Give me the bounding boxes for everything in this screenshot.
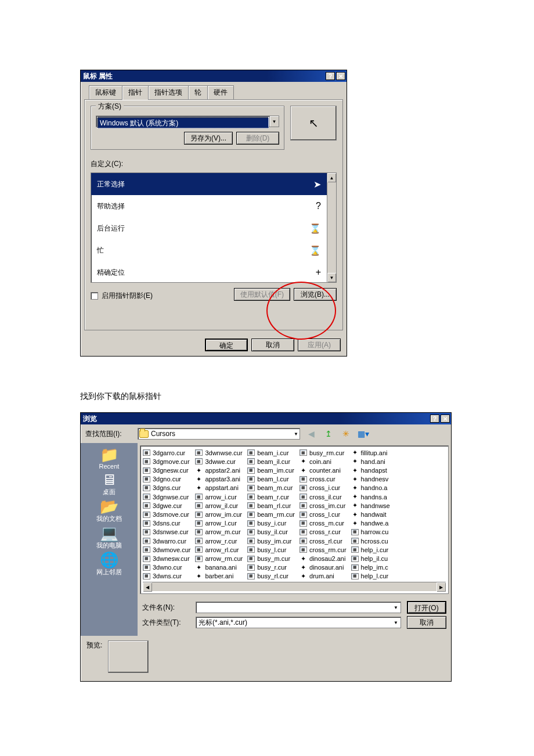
file-item[interactable]: ▦cross_im.cur <box>300 501 347 510</box>
file-item[interactable]: ✦barber.ani <box>195 572 243 581</box>
file-item[interactable]: ✦handwait <box>351 510 390 519</box>
places-item[interactable]: 📁Recent <box>99 447 120 470</box>
browse-button[interactable]: 浏览(B)... <box>294 288 337 301</box>
save-as-button[interactable]: 另存为(V)... <box>184 132 233 145</box>
file-item[interactable]: ▦arrow_im.cur <box>195 510 243 519</box>
chevron-down-icon[interactable]: ▼ <box>394 620 398 625</box>
lookin-combo[interactable]: Cursors ▼ <box>138 428 300 440</box>
cursor-list-item[interactable]: 后台运行⌛ <box>91 217 327 239</box>
file-item[interactable]: ▦beam_i.cur <box>247 448 295 457</box>
chevron-down-icon[interactable]: ▼ <box>269 116 279 127</box>
file-item[interactable]: ▦arrow_rl.cur <box>195 545 243 554</box>
file-item[interactable]: ▦arrow_il.cur <box>195 501 243 510</box>
file-item[interactable]: ✦handnwse <box>351 501 390 510</box>
file-item[interactable]: ▦beam_l.cur <box>247 475 295 484</box>
file-item[interactable]: ▦3dwarro.cur <box>143 537 190 545</box>
file-item[interactable]: ✦coin.ani <box>300 457 347 466</box>
enable-shadow-checkbox[interactable] <box>91 292 98 300</box>
file-item[interactable]: ▦3dgwe.cur <box>143 501 190 510</box>
file-item[interactable]: ▦beam_il.cur <box>247 457 295 466</box>
file-item[interactable]: ▦help_l.cur <box>351 572 390 581</box>
scroll-right-icon[interactable]: ▶ <box>436 582 446 592</box>
tab-hardware[interactable]: 硬件 <box>207 85 234 99</box>
file-item[interactable]: ▦busy_il.cur <box>247 528 295 537</box>
file-item[interactable]: ✦handapst <box>351 466 390 474</box>
file-item[interactable]: ✦banana.ani <box>195 563 243 572</box>
file-item[interactable]: ▦3dgns.cur <box>143 484 190 492</box>
file-item[interactable]: ▦hcross.cu <box>351 537 390 545</box>
file-item[interactable]: ▦busy_i.cur <box>247 519 295 528</box>
help-button[interactable]: ? <box>326 72 335 80</box>
file-item[interactable]: ▦arrow_m.cur <box>195 528 243 537</box>
file-item[interactable]: ▦beam_im.cur <box>247 466 295 474</box>
cursor-list-item[interactable]: 忙⌛ <box>91 239 327 261</box>
file-item[interactable]: ▦beam_m.cur <box>247 484 295 492</box>
file-item[interactable]: ▦beam_rm.cur <box>247 510 295 519</box>
file-item[interactable]: ▦harrow.cu <box>351 528 390 537</box>
file-item[interactable]: ▦help_il.cu <box>351 554 390 563</box>
file-item[interactable]: ▦3dwmove.cur <box>143 545 190 554</box>
file-item[interactable]: ▦busy_r.cur <box>247 563 295 572</box>
scroll-up-icon[interactable]: ▲ <box>327 173 336 182</box>
file-item[interactable]: ▦busy_im.cur <box>247 537 295 545</box>
file-item[interactable]: ▦arrow_i.cur <box>195 492 243 501</box>
file-item[interactable]: ▦arrow_r.cur <box>195 537 243 545</box>
filename-input[interactable]: ▼ <box>196 602 401 613</box>
scheme-combo[interactable]: Windows 默认 (系统方案) ▼ <box>96 116 279 127</box>
file-item[interactable]: ▦help_i.cur <box>351 545 390 554</box>
places-item[interactable]: 📂我的文档 <box>96 498 122 523</box>
chevron-down-icon[interactable]: ▼ <box>394 605 398 610</box>
file-item[interactable]: ▦cross_rm.cur <box>300 545 347 554</box>
file-item[interactable]: ✦dinosau2.ani <box>300 554 347 563</box>
filetype-combo[interactable]: 光标(*.ani,*.cur) ▼ <box>196 617 401 628</box>
file-item[interactable]: ▦busy_rl.cur <box>247 572 295 581</box>
scroll-down-icon[interactable]: ▼ <box>327 273 336 282</box>
file-item[interactable]: ▦busy_m.cur <box>247 554 295 563</box>
file-item[interactable]: ▦cross_i.cur <box>300 484 347 492</box>
file-item[interactable]: ▦cross_m.cur <box>300 519 347 528</box>
file-item[interactable]: ▦3dgnwse.cur <box>143 492 190 501</box>
cursor-list-item[interactable]: 正常选择➤ <box>91 173 327 195</box>
file-item[interactable]: ▦3dsns.cur <box>143 519 190 528</box>
tab-pointers[interactable]: 指针 <box>122 85 149 100</box>
titlebar[interactable]: 鼠标 属性 ? ✕ <box>81 70 347 82</box>
file-item[interactable]: ▦3dwns.cur <box>143 572 190 581</box>
new-folder-icon[interactable]: ✳ <box>340 428 352 440</box>
file-item[interactable]: ▦3dwwe.cur <box>195 457 243 466</box>
file-item[interactable]: ▦cross_il.cur <box>300 492 347 501</box>
file-item[interactable]: ▦3dwnesw.cur <box>143 554 190 563</box>
file-item[interactable]: ✦appstar3.ani <box>195 475 243 484</box>
tab-pointer-options[interactable]: 指针选项 <box>148 85 189 99</box>
file-item[interactable]: ▦cross.cur <box>300 475 347 484</box>
file-list[interactable]: ▦3dgarro.cur▦3dgmove.cur▦3dgnesw.cur▦3dg… <box>140 445 449 594</box>
tab-wheel[interactable]: 轮 <box>188 85 208 99</box>
open-button[interactable]: 打开(O) <box>407 601 446 614</box>
file-item[interactable]: ▦3dgarro.cur <box>143 448 190 457</box>
file-item[interactable]: ✦hand.ani <box>351 457 390 466</box>
h-scrollbar[interactable]: ◀ ▶ <box>143 582 446 591</box>
file-item[interactable]: ▦3dwnwse.cur <box>195 448 243 457</box>
file-item[interactable]: ✦dinosaur.ani <box>300 563 347 572</box>
file-item[interactable]: ▦arrow_rm.cur <box>195 554 243 563</box>
views-icon[interactable]: ▦▾ <box>357 428 370 440</box>
file-item[interactable]: ▦3dgnesw.cur <box>143 466 190 474</box>
titlebar[interactable]: 浏览 ? ✕ <box>81 413 451 424</box>
file-item[interactable]: ▦arrow_l.cur <box>195 519 243 528</box>
tab-mousekeys[interactable]: 鼠标键 <box>89 85 122 99</box>
back-icon[interactable]: ◀ <box>305 428 317 440</box>
file-item[interactable]: ▦3dgmove.cur <box>143 457 190 466</box>
cursor-list-item[interactable]: 精确定位+ <box>91 261 327 282</box>
file-item[interactable]: ✦drum.ani <box>300 572 347 581</box>
file-item[interactable]: ✦handns.a <box>351 492 390 501</box>
file-item[interactable]: ▦cross_l.cur <box>300 510 347 519</box>
help-button[interactable]: ? <box>430 415 439 423</box>
file-item[interactable]: ✦handwe.a <box>351 519 390 528</box>
file-item[interactable]: ✦appstart.ani <box>195 484 243 492</box>
file-item[interactable]: ▦3dwno.cur <box>143 563 190 572</box>
cancel-button[interactable]: 取消 <box>407 616 446 629</box>
close-button[interactable]: ✕ <box>441 415 450 423</box>
up-icon[interactable]: ↥ <box>322 428 335 440</box>
file-item[interactable]: ✦counter.ani <box>300 466 347 474</box>
file-item[interactable]: ▦3dsmove.cur <box>143 510 190 519</box>
file-item[interactable]: ▦busy_l.cur <box>247 545 295 554</box>
